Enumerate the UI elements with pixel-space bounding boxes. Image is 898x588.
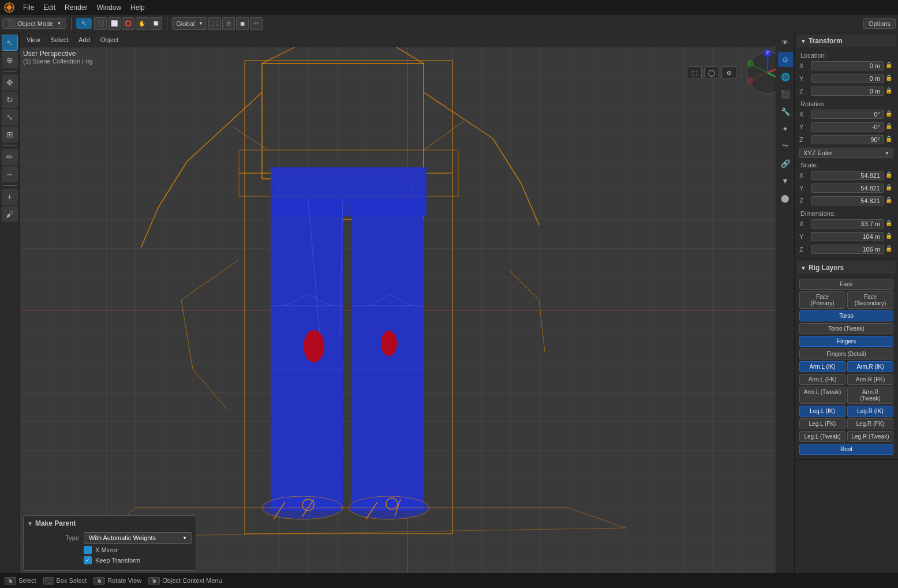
loc-z-lock-icon[interactable]: 🔒	[885, 87, 893, 95]
snap-type[interactable]: 〰	[250, 17, 263, 30]
vh-select[interactable]: Select	[46, 35, 73, 44]
dim-y-value[interactable]: 104 m	[811, 232, 884, 241]
tool-select-btn[interactable]: ↖	[2, 35, 18, 51]
menu-render[interactable]: Render	[60, 0, 92, 15]
vh-add[interactable]: Add	[74, 35, 95, 44]
panel-icon-object[interactable]: ⬛	[778, 87, 793, 102]
tool-transform-all-btn[interactable]: ⊞	[2, 126, 18, 143]
rig-face-primary-btn[interactable]: Face (Primary)	[799, 291, 845, 309]
panel-icon-material[interactable]: ⬤	[778, 190, 793, 205]
tool-cursor-btn[interactable]: ⊕	[2, 52, 18, 68]
rig-fingers-btn[interactable]: Fingers	[799, 336, 893, 347]
make-parent-type-dropdown[interactable]: With Automatic Weights ▼	[84, 532, 192, 544]
rig-root-btn[interactable]: Root	[799, 444, 893, 455]
menu-file[interactable]: File	[18, 0, 39, 15]
scale-z-lock-icon[interactable]: 🔒	[885, 197, 893, 205]
blender-logo[interactable]	[2, 1, 16, 14]
menu-window[interactable]: Window	[92, 0, 126, 15]
tool-add-btn[interactable]: +	[2, 189, 18, 205]
loc-z-value[interactable]: 0 m	[811, 87, 884, 96]
tool-transform-btn[interactable]: ↖	[76, 18, 92, 29]
panel-icon-constraints[interactable]: 🔗	[778, 156, 793, 171]
options-label[interactable]: Options	[863, 18, 896, 29]
rig-leg-r-ik-btn[interactable]: Leg.R (IK)	[847, 406, 893, 417]
rig-leg-l-ik-btn[interactable]: Leg.L (IK)	[799, 406, 845, 417]
rot-mode-dropdown[interactable]: XYZ Euler ▼	[799, 148, 893, 158]
loc-x-value[interactable]: 0 m	[811, 61, 884, 70]
tool-annotate-btn[interactable]: ✏	[2, 149, 18, 165]
tool-circle-select[interactable]: ⬜	[108, 17, 121, 30]
scale-y-lock-icon[interactable]: 🔒	[885, 184, 893, 192]
dim-x-value[interactable]: 33.7 m	[811, 219, 884, 229]
menu-help[interactable]: Help	[126, 0, 149, 15]
rot-y-value[interactable]: -0°	[811, 122, 884, 132]
transform-space-dropdown[interactable]: Global ▼	[172, 17, 207, 30]
rig-torso-tweak-btn[interactable]: Torso (Tweak)	[799, 323, 893, 334]
rot-x-value[interactable]: 0°	[811, 110, 884, 119]
dim-x-lock-icon[interactable]: 🔒	[885, 220, 893, 228]
tool-move-btn[interactable]: ✥	[2, 74, 18, 91]
snap-toggle[interactable]: ⛶	[208, 17, 221, 30]
loc-y-lock-icon[interactable]: 🔒	[885, 74, 893, 83]
panel-icon-object-data[interactable]: ▼	[778, 173, 793, 188]
tool-measure-btn[interactable]: ↔	[2, 166, 18, 182]
rig-arm-l-ik-btn[interactable]: Arm.L (IK)	[799, 361, 845, 372]
rig-fingers-detail-btn[interactable]: Fingers (Detail)	[799, 349, 893, 359]
rot-mode-row: XYZ Euler ▼	[797, 147, 896, 159]
scale-x-value[interactable]: 54.821	[811, 171, 884, 180]
viewport-shading-btn[interactable]: ⬚	[687, 66, 702, 79]
snap-increment[interactable]: ◼	[236, 17, 249, 30]
rig-leg-r-fk-btn[interactable]: Leg.R (FK)	[847, 418, 893, 429]
panel-icon-physics[interactable]: 〜	[778, 138, 793, 153]
tool-lasso-select[interactable]: ⭕	[122, 17, 134, 30]
keep-transform-checkbox[interactable]: ✓	[84, 556, 92, 564]
scale-z-value[interactable]: 54.821	[811, 196, 884, 205]
scale-y-value[interactable]: 54.821	[811, 183, 884, 193]
proportional-edit[interactable]: ⊙	[222, 17, 235, 30]
rig-face-secondary-btn[interactable]: Face (Secondary)	[847, 291, 893, 309]
panel-icon-modifier[interactable]: 🔧	[778, 104, 793, 119]
rot-y-lock-icon[interactable]: 🔒	[885, 123, 893, 131]
x-mirror-checkbox[interactable]: ✓	[84, 546, 92, 554]
menu-edit[interactable]: Edit	[39, 0, 60, 15]
scene-canvas[interactable]: User Perspective (1) Scene Collection | …	[20, 46, 794, 573]
viewport-overlay-btn[interactable]: ◯	[704, 66, 719, 79]
transform-header[interactable]: ▼ Transform	[797, 35, 896, 47]
viewport-gizmo-btn[interactable]: ⊕	[721, 66, 736, 79]
tool-box-select[interactable]: ⬛	[94, 17, 107, 30]
rig-arm-l-fk-btn[interactable]: Arm.L (FK)	[799, 374, 845, 385]
panel-icon-scene[interactable]: ⚙	[778, 52, 793, 67]
tool-eyedropper[interactable]: ✋	[136, 17, 148, 30]
rig-leg-l-fk-btn[interactable]: Leg.L (FK)	[799, 418, 845, 429]
mode-selector[interactable]: ⬛ Object Mode ▼	[2, 18, 66, 29]
rot-z-lock-icon[interactable]: 🔒	[885, 136, 893, 144]
panel-icon-particles[interactable]: ✦	[778, 121, 793, 136]
loc-y-value[interactable]: 0 m	[811, 74, 884, 83]
dim-z-value[interactable]: 106 m	[811, 245, 884, 254]
loc-x-lock-icon[interactable]: 🔒	[885, 62, 893, 70]
rig-face-btn[interactable]: Face	[799, 279, 893, 290]
dim-y-lock-icon[interactable]: 🔒	[885, 233, 893, 241]
rot-x-lock-icon[interactable]: 🔒	[885, 110, 893, 118]
scale-x-lock-icon[interactable]: 🔒	[885, 171, 893, 179]
rig-leg-l-tweak-btn[interactable]: Leg.L (Tweak)	[799, 431, 845, 442]
tool-cursor[interactable]: 🔲	[149, 17, 162, 30]
panel-icon-world[interactable]: 🌐	[778, 69, 793, 84]
rig-leg-r-tweak-btn[interactable]: Leg.R (Tweak)	[847, 431, 893, 442]
vh-object[interactable]: Object	[96, 35, 124, 44]
rig-arm-r-fk-btn[interactable]: Arm.R (FK)	[847, 374, 893, 385]
rig-arm-r-tweak-btn[interactable]: Arm.R (Tweak)	[847, 387, 893, 404]
rig-layers-header[interactable]: ▼ Rig Layers	[797, 261, 896, 274]
tool-scale-btn[interactable]: ⤡	[2, 109, 18, 125]
rig-arm-r-ik-btn[interactable]: Arm.R (IK)	[847, 361, 893, 372]
tool-paint-btn[interactable]: 🖌	[2, 206, 18, 222]
rig-arm-l-tweak-btn[interactable]: Arm.L (Tweak)	[799, 387, 845, 404]
vh-view[interactable]: View	[22, 35, 45, 44]
options-button[interactable]: Options	[863, 18, 896, 29]
rot-z-value[interactable]: 90°	[811, 135, 884, 144]
panel-icon-view[interactable]: 👁	[778, 35, 793, 50]
dim-z-lock-icon[interactable]: 🔒	[885, 245, 893, 253]
tool-rotate-btn[interactable]: ↻	[2, 92, 18, 108]
keep-transform-check-icon: ✓	[85, 557, 90, 563]
rig-torso-btn[interactable]: Torso	[799, 310, 893, 321]
